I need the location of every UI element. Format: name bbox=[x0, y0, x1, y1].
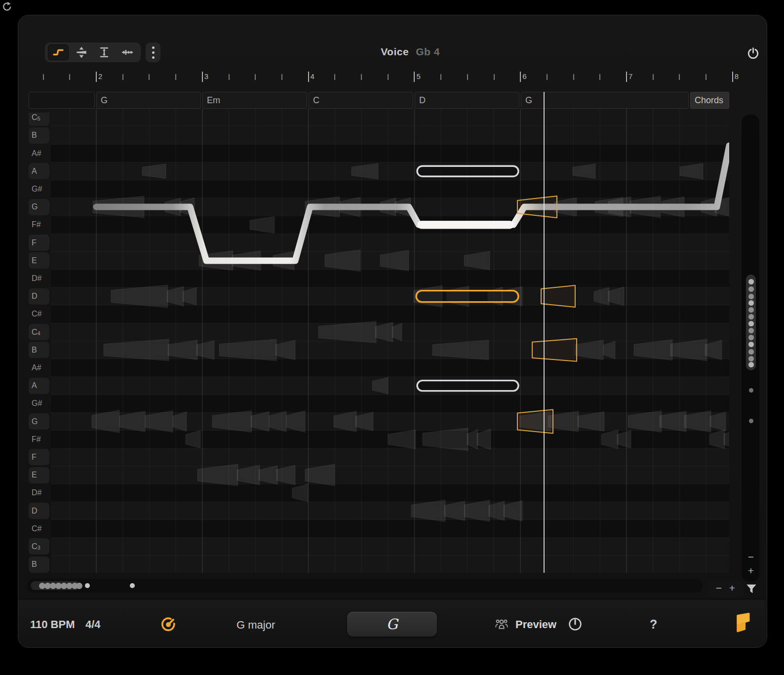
piano-key-label: F bbox=[29, 235, 49, 251]
suggested-note-wedge[interactable] bbox=[517, 410, 553, 434]
overview-dot bbox=[748, 300, 754, 306]
grid-row bbox=[51, 556, 729, 573]
piano-key-label: D bbox=[29, 288, 49, 305]
playhead[interactable] bbox=[544, 92, 545, 573]
piano-key-column: C5BA#AG#GF#FED#DC#C4BA#AG#GF#FED#DC#C3B bbox=[0, 113, 54, 573]
piano-key-label: A# bbox=[29, 359, 49, 376]
overview-dot bbox=[85, 583, 90, 588]
piano-key-label: F# bbox=[29, 431, 49, 447]
suggested-note-wedge[interactable] bbox=[541, 285, 575, 307]
piano-key-label: C# bbox=[29, 520, 49, 537]
grid-row bbox=[51, 395, 729, 412]
grid-row bbox=[51, 538, 729, 556]
piano-key-label: A bbox=[29, 378, 49, 394]
overview-dot bbox=[748, 328, 754, 333]
overview-dot bbox=[748, 279, 754, 284]
piano-key-label: E bbox=[29, 252, 49, 269]
grid-row bbox=[51, 270, 729, 287]
piano-key-label: D# bbox=[29, 485, 49, 501]
chord-tone-note[interactable] bbox=[416, 291, 518, 302]
piano-key-label: G# bbox=[29, 181, 49, 197]
horizontal-zoom-in-button[interactable]: + bbox=[722, 582, 742, 594]
gauge-icon bbox=[567, 616, 583, 632]
horizontal-zoom-group: − + bbox=[708, 581, 744, 597]
time-signature-readout[interactable]: 4/4 bbox=[85, 618, 101, 631]
help-button[interactable]: ? bbox=[650, 617, 657, 632]
grid-row bbox=[51, 109, 729, 126]
overview-dot bbox=[748, 314, 754, 319]
grid-row bbox=[51, 359, 729, 377]
piano-key-label: D bbox=[29, 503, 49, 519]
grid-row bbox=[51, 234, 729, 251]
grid-row bbox=[51, 466, 729, 484]
preview-gauge-button[interactable] bbox=[567, 616, 583, 634]
overview-dot bbox=[748, 321, 754, 326]
piano-key-label: G bbox=[29, 413, 49, 430]
ghost-note-wedge[interactable] bbox=[733, 414, 739, 429]
collaborators-icon bbox=[494, 617, 510, 634]
overview-dot bbox=[748, 342, 754, 347]
overview-dot bbox=[749, 388, 753, 393]
piano-key-label: D# bbox=[29, 270, 49, 286]
piano-key-label: C# bbox=[29, 306, 49, 322]
plugin-screenshot: VoiceGb 4 2345678 GEmCDGChords bbox=[0, 0, 784, 675]
overview-dot bbox=[130, 583, 135, 588]
piano-key-label: A bbox=[29, 163, 49, 179]
piano-key-label: C4 bbox=[29, 324, 49, 340]
grid-row bbox=[51, 144, 729, 162]
chord-tone-note[interactable] bbox=[417, 166, 518, 176]
piano-key-label: A# bbox=[29, 145, 49, 161]
overview-dot bbox=[748, 356, 754, 361]
grid-row bbox=[51, 484, 729, 502]
piano-key-label: B bbox=[29, 342, 49, 358]
piano-roll-grid[interactable] bbox=[0, 0, 784, 675]
song-key-readout[interactable]: G major bbox=[236, 619, 275, 632]
metronome-button[interactable] bbox=[159, 615, 177, 635]
vertical-zoom-out-button[interactable]: − bbox=[741, 551, 761, 563]
filter-funnel-icon bbox=[745, 583, 758, 596]
overview-dot bbox=[749, 419, 753, 423]
vertical-zoom-in-button[interactable]: + bbox=[741, 565, 761, 577]
piano-key-label: G bbox=[29, 199, 49, 215]
brand-logo-icon[interactable] bbox=[729, 613, 751, 636]
piano-key-label: C3 bbox=[29, 538, 49, 555]
active-note-pill[interactable] bbox=[418, 221, 513, 229]
horizontal-overview-rail[interactable] bbox=[27, 579, 703, 593]
preview-button[interactable]: Preview bbox=[515, 618, 556, 631]
grid-row bbox=[51, 305, 729, 323]
grid-row bbox=[51, 448, 729, 466]
chord-play-label: G bbox=[386, 616, 397, 633]
overview-dot bbox=[748, 294, 754, 299]
overview-dot bbox=[748, 349, 754, 355]
piano-key-label: E bbox=[29, 467, 49, 483]
chord-play-button[interactable]: G bbox=[347, 612, 437, 636]
overview-dot bbox=[748, 362, 754, 367]
grid-row bbox=[51, 377, 729, 395]
piano-key-label: B bbox=[29, 556, 49, 573]
chord-tone-note[interactable] bbox=[417, 381, 518, 391]
piano-key-label: G# bbox=[29, 396, 49, 412]
transport-bar: 110 BPM 4/4 G major G Preview bbox=[18, 599, 766, 647]
grid-row bbox=[51, 126, 729, 144]
metronome-dial-icon bbox=[159, 615, 177, 633]
piano-key-label: B bbox=[29, 127, 49, 144]
grid-row bbox=[51, 502, 729, 519]
grid-row bbox=[51, 180, 729, 198]
filter-button[interactable] bbox=[744, 580, 759, 598]
overview-dot bbox=[748, 335, 754, 340]
piano-key-label: C5 bbox=[29, 113, 49, 126]
suggested-note-wedge[interactable] bbox=[532, 339, 577, 361]
overview-dot bbox=[748, 307, 754, 313]
overview-dot bbox=[748, 286, 754, 292]
piano-key-label: F# bbox=[29, 217, 49, 233]
grid-row bbox=[51, 520, 729, 538]
grid-row bbox=[51, 216, 729, 234]
bpm-readout[interactable]: 110 BPM bbox=[30, 618, 75, 631]
overview-dot bbox=[76, 583, 82, 589]
piano-key-label: F bbox=[29, 449, 49, 465]
